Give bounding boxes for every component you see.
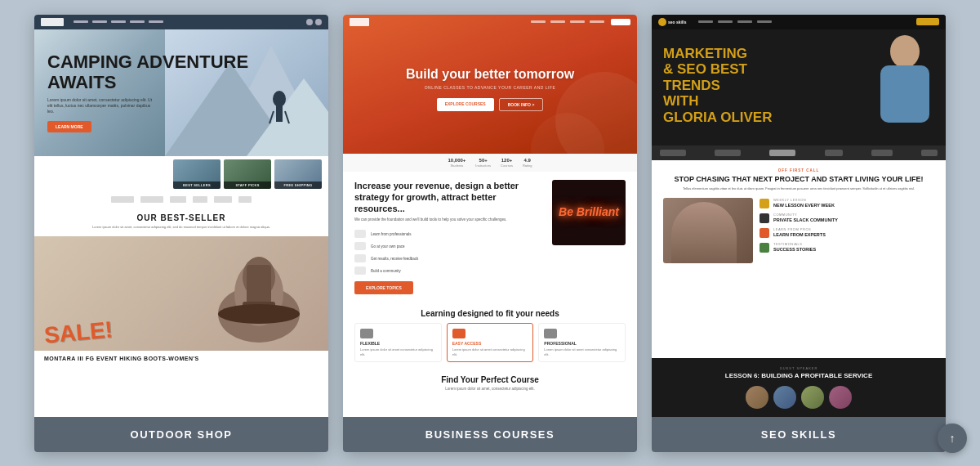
bc-main-content: Increase your revenue, design a better s… <box>343 172 637 303</box>
feat-icon-community <box>760 213 769 223</box>
boots-image <box>206 240 312 347</box>
feature-text: Get results, receive feedback <box>371 257 418 261</box>
seo-logos-bar <box>652 146 946 160</box>
bc-features: Learn from professionals Go at your own … <box>354 230 544 275</box>
nav-icons <box>306 19 322 25</box>
outdoor-shop-label[interactable]: OUTDOOR SHOP <box>34 417 328 452</box>
outdoor-nav <box>34 15 328 29</box>
bc-learning-section: Learning designed to fit your needs FLEX… <box>343 302 637 369</box>
feat-item-community: COMMUNITY PRIVATE SLACK COMMUNITY <box>760 213 934 223</box>
card-business-courses[interactable]: Build your better tomorrow ONLINE CLASSE… <box>343 15 637 452</box>
learn-card-title: EASY ACCESS <box>452 341 528 346</box>
feature-text: Build a community <box>371 269 401 273</box>
card-outdoor-shop[interactable]: CAMPING ADVENTURE AWAITS Lorem ipsum dol… <box>34 15 328 452</box>
thumbnail-staff-picks[interactable]: STAFF PICKS <box>224 159 271 189</box>
outdoor-hero-button[interactable]: LEARN MORE <box>47 121 91 132</box>
learn-card-access: EASY ACCESS Lorem ipsum dolor sit amet c… <box>447 323 534 362</box>
product-name: MONTARA III FG EVENT HIKING BOOTS-WOMEN'… <box>44 356 318 361</box>
outdoor-logo <box>41 18 64 26</box>
outdoor-shop-preview: CAMPING ADVENTURE AWAITS Lorem ipsum dol… <box>34 15 328 417</box>
feature-person <box>671 202 737 263</box>
nav-link <box>74 20 88 23</box>
learn-card-text: Lorem ipsum dolor sit amet consectetur a… <box>452 347 528 356</box>
nav-link <box>570 20 585 23</box>
business-courses-label[interactable]: BUSINESS COURSES <box>343 417 637 452</box>
bc-explore-button[interactable]: EXPLORE COURSES <box>437 98 494 111</box>
feat-text: WEEKLY LESSON NEW LESSON EVERY WEEK <box>773 198 934 208</box>
outdoor-hero-sub: Lorem ipsum dolor sit amet, consectetur … <box>47 97 154 114</box>
outdoor-hero-title: CAMPING ADVENTURE AWAITS <box>47 52 315 92</box>
nav-link <box>737 20 752 23</box>
learn-card-professional: PROFESSIONAL Lorem ipsum dolor sit amet … <box>538 323 626 362</box>
seo-ws-label: OFF FIRST CALL <box>663 168 934 173</box>
page-wrapper: CAMPING ADVENTURE AWAITS Lorem ipsum dol… <box>0 0 980 466</box>
partner-logo <box>238 196 252 203</box>
svg-rect-15 <box>880 65 929 123</box>
learn-card-title: PROFESSIONAL <box>544 341 620 346</box>
hero-title-highlight: BEST <box>710 61 747 77</box>
speaker-avatar <box>773 386 796 409</box>
trust-item-instructors: 50+ Instructors <box>475 158 491 168</box>
hero-title-line4: WITH <box>663 93 698 109</box>
seo-skills-label[interactable]: SEO SKILLS <box>652 417 946 452</box>
scroll-to-top-button[interactable]: ↑ <box>938 423 967 453</box>
seo-nav-cta[interactable] <box>916 18 939 25</box>
partner-logo <box>193 196 207 203</box>
speaker-avatar <box>746 386 768 409</box>
nav-link <box>590 20 604 23</box>
bc-logo <box>350 18 369 26</box>
bestseller-title: OUR BEST-SELLER <box>44 213 318 222</box>
speaker-avatar <box>829 386 852 409</box>
speaker-avatar <box>801 386 824 409</box>
nav-link <box>149 20 163 23</box>
thumb-label: FREE SHIPPING <box>274 181 322 189</box>
partner-logo <box>170 196 186 203</box>
seo-speakers <box>663 386 934 409</box>
outdoor-nav-links <box>74 20 163 23</box>
bc-nav <box>343 15 637 29</box>
learn-card-text: Lorem ipsum dolor sit amet consectetur a… <box>360 347 436 356</box>
hero-title-line5: GLORIA OLIVER <box>663 110 773 125</box>
bc-explore-topics-button[interactable]: EXPLORE TOPICS <box>354 281 413 294</box>
partner-logo <box>660 150 686 156</box>
feature-text: Learn from professionals <box>371 232 412 236</box>
cart-icon <box>315 19 322 25</box>
feat-title: SUCCESS STORIES <box>773 247 934 252</box>
seo-ws-sub: Tellus elementum sagittis vitae et leo d… <box>663 186 934 191</box>
partner-logo <box>214 196 232 203</box>
partner-logo <box>715 150 741 156</box>
thumbnail-best-sellers[interactable]: BEST SELLERS <box>173 159 220 189</box>
person-illustration <box>864 31 946 146</box>
nav-link <box>531 20 546 23</box>
feature-icon <box>354 254 366 262</box>
feature-item: Go at your own pace <box>354 242 544 250</box>
feat-title: LEARN FROM EXPERTS <box>773 232 934 237</box>
bestseller-sub: Lorem ipsum dolor sit amet, consectetur … <box>44 225 318 230</box>
trust-num: 120+ <box>501 158 513 163</box>
bc-neon-image: Be Brilliant <box>552 180 626 245</box>
outdoor-logos <box>34 192 328 207</box>
trust-num: 4.9 <box>524 158 531 163</box>
gallery-container: CAMPING ADVENTURE AWAITS Lorem ipsum dol… <box>0 0 980 466</box>
thumbnail-free-shipping[interactable]: FREE SHIPPING <box>274 159 322 189</box>
learn-card-icon <box>544 329 557 338</box>
trust-label: Courses <box>501 164 513 168</box>
bc-find-section: Find Your Perfect Course Lorem ipsum dol… <box>343 369 637 397</box>
partner-logo <box>921 150 938 156</box>
bc-nav-signin[interactable] <box>611 19 630 25</box>
seo-dark-section: GUEST SPEAKER LESSON 6: BUILDING A PROFI… <box>652 358 946 417</box>
feature-icon <box>354 242 366 250</box>
outdoor-thumbnails: BEST SELLERS STAFF PICKS FREE SHIPPING <box>34 156 328 192</box>
bc-hero: Build your better tomorrow ONLINE CLASSE… <box>343 15 637 154</box>
feature-item: Get results, receive feedback <box>354 254 544 262</box>
card-seo-skills[interactable]: seo skills MARKETING & SE <box>652 15 946 452</box>
boots-illustration <box>206 240 312 347</box>
feat-text: COMMUNITY PRIVATE SLACK COMMUNITY <box>773 213 934 222</box>
business-courses-preview: Build your better tomorrow ONLINE CLASSE… <box>343 15 637 417</box>
feat-title: NEW LESSON EVERY WEEK <box>773 203 934 208</box>
seo-feat-items: WEEKLY LESSON NEW LESSON EVERY WEEK COMM… <box>760 198 934 263</box>
bc-book-button[interactable]: BOOK INFO > <box>499 98 544 111</box>
partner-logo <box>111 196 134 203</box>
bc-learning-title: Learning designed to fit your needs <box>354 309 626 318</box>
bc-hero-buttons: EXPLORE COURSES BOOK INFO > <box>437 98 544 111</box>
